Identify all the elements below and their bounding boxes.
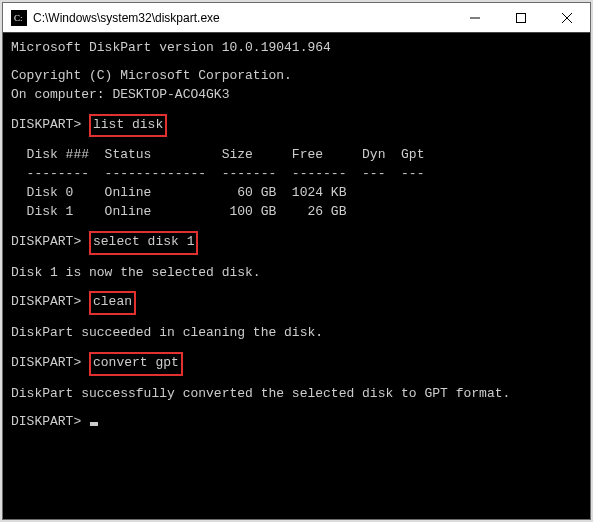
prompt-line-convert: DISKPART> convert gpt	[11, 352, 582, 376]
prompt-label: DISKPART>	[11, 117, 89, 132]
window-title: C:\Windows\system32\diskpart.exe	[33, 11, 452, 25]
table-row: Disk 0 Online 60 GB 1024 KB	[11, 184, 582, 203]
prompt-line-active: DISKPART>	[11, 413, 582, 432]
prompt-line-select: DISKPART> select disk 1	[11, 231, 582, 255]
window-controls	[452, 3, 590, 32]
copyright-line: Copyright (C) Microsoft Corporation.	[11, 67, 582, 86]
computer-line: On computer: DESKTOP-ACO4GK3	[11, 86, 582, 105]
titlebar: C: C:\Windows\system32\diskpart.exe	[3, 3, 590, 33]
terminal-output[interactable]: Microsoft DiskPart version 10.0.19041.96…	[3, 33, 590, 519]
app-icon: C:	[11, 10, 27, 26]
close-button[interactable]	[544, 3, 590, 32]
cursor	[90, 422, 98, 426]
maximize-button[interactable]	[498, 3, 544, 32]
prompt-label: DISKPART>	[11, 355, 89, 370]
prompt-line-clean: DISKPART> clean	[11, 291, 582, 315]
select-result: Disk 1 is now the selected disk.	[11, 264, 582, 283]
prompt-line-list: DISKPART> list disk	[11, 114, 582, 138]
table-row: Disk 1 Online 100 GB 26 GB	[11, 203, 582, 222]
table-header: Disk ### Status Size Free Dyn Gpt	[11, 146, 582, 165]
diskpart-window: C: C:\Windows\system32\diskpart.exe Micr…	[2, 2, 591, 520]
clean-result: DiskPart succeeded in cleaning the disk.	[11, 324, 582, 343]
cmd-clean-highlight: clean	[89, 291, 136, 315]
prompt-label: DISKPART>	[11, 234, 89, 249]
table-divider: -------- ------------- ------- ------- -…	[11, 165, 582, 184]
cmd-list-highlight: list disk	[89, 114, 167, 138]
version-line: Microsoft DiskPart version 10.0.19041.96…	[11, 39, 582, 58]
prompt-label: DISKPART>	[11, 294, 89, 309]
cmd-convert-highlight: convert gpt	[89, 352, 183, 376]
convert-result: DiskPart successfully converted the sele…	[11, 385, 582, 404]
svg-text:C:: C:	[14, 13, 23, 23]
minimize-button[interactable]	[452, 3, 498, 32]
svg-rect-2	[517, 13, 526, 22]
cmd-select-highlight: select disk 1	[89, 231, 198, 255]
prompt-label: DISKPART>	[11, 414, 89, 429]
